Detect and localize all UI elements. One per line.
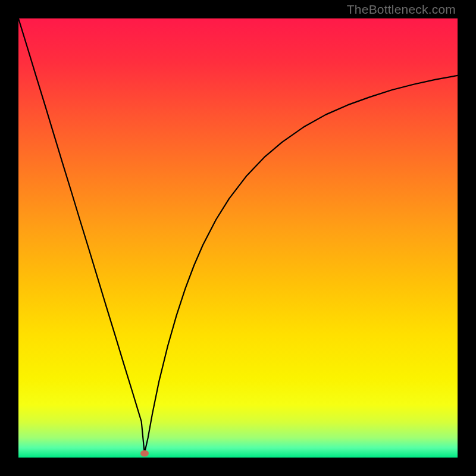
watermark-text: TheBottleneck.com [347, 2, 456, 17]
plot-area [18, 18, 458, 458]
bottleneck-curve [18, 18, 458, 458]
chart-frame: TheBottleneck.com [0, 0, 476, 476]
optimum-marker [140, 450, 149, 456]
